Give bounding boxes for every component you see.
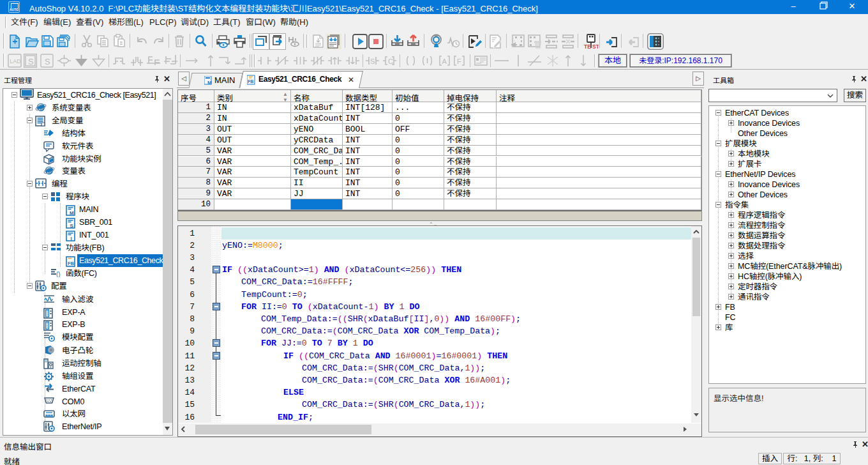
svg-text:ST: ST <box>592 43 599 49</box>
svg-text:M: M <box>70 210 74 216</box>
svg-text:FB: FB <box>68 261 75 266</box>
svg-text:C: C <box>388 57 393 65</box>
svg-text:S: S <box>370 57 375 65</box>
svg-text:LAD: LAD <box>10 58 21 65</box>
svg-text:A: A <box>442 57 447 65</box>
svg-text:(): () <box>56 271 61 277</box>
svg-text:I: I <box>71 236 72 241</box>
svg-text:S: S <box>28 57 34 66</box>
svg-text:S: S <box>45 57 50 66</box>
svg-text:FB: FB <box>248 79 253 84</box>
svg-text:TE: TE <box>584 43 591 49</box>
svg-text:S: S <box>70 223 74 229</box>
svg-text:M: M <box>207 80 212 86</box>
svg-text:F: F <box>457 57 461 65</box>
